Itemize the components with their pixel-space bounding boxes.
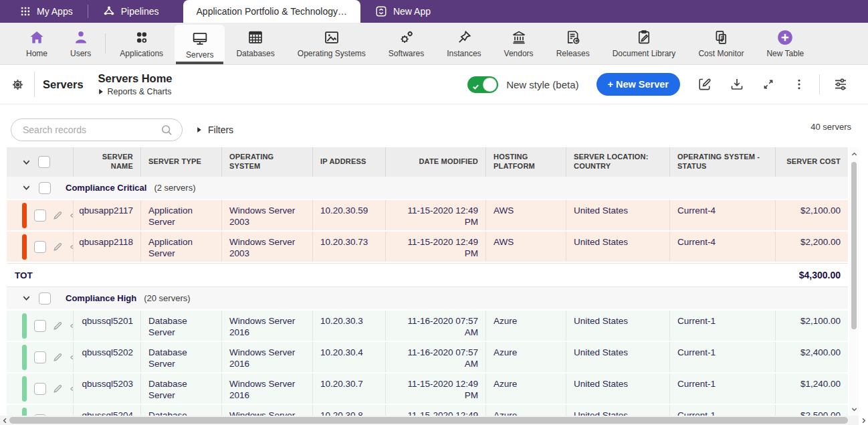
my-apps-button[interactable]: My Apps	[0, 0, 88, 23]
row-checkbox[interactable]	[34, 241, 46, 253]
nav-item-label: Home	[26, 49, 47, 58]
column-header[interactable]: OPERATING SYSTEM	[222, 147, 313, 177]
row-checkbox[interactable]	[34, 209, 46, 222]
edit-record-pencil-icon[interactable]	[52, 241, 64, 252]
nav-item-label: Cost Monitor	[698, 49, 744, 58]
record-row[interactable]: qbussql5201Database ServerWindows Server…	[7, 311, 848, 342]
new-server-button[interactable]: + New Server	[596, 73, 681, 96]
record-row[interactable]: qbusapp2118Application ServerWindows Ser…	[7, 232, 848, 263]
vertical-scroll-thumb[interactable]	[851, 162, 857, 329]
record-cell: 10.20.30.73	[313, 232, 386, 262]
nav-item-label: Softwares	[389, 49, 424, 58]
edit-record-pencil-icon[interactable]	[52, 320, 64, 331]
subtotal-row: TOT$4,300.00	[7, 263, 848, 287]
record-cell: qbusapp2118	[74, 232, 141, 262]
new-app-button[interactable]: New App	[360, 0, 445, 23]
record-cell: Current-1	[670, 373, 776, 404]
record-row[interactable]: qbussql5202Database ServerWindows Server…	[7, 342, 848, 373]
nav-item-applications[interactable]: Applications	[108, 23, 175, 64]
row-controls-cell	[7, 200, 74, 230]
scroll-left-arrow-icon[interactable]	[0, 416, 9, 425]
reports-and-charts-link[interactable]: Reports & Charts	[98, 87, 173, 96]
horizontal-scroll-thumb[interactable]	[9, 417, 848, 424]
record-cell: qbussql5204	[74, 405, 141, 416]
column-header[interactable]: DATE MODIFIED	[386, 147, 486, 177]
record-cell: $2,500.00	[776, 405, 848, 416]
expand-icon[interactable]	[762, 78, 775, 91]
column-header[interactable]: SERVER NAME	[74, 147, 141, 177]
record-cell: 11-15-2020 12:49 PM	[386, 373, 486, 404]
column-header[interactable]: SERVER COST	[776, 147, 848, 177]
scroll-down-arrow-icon[interactable]	[849, 404, 859, 414]
monitor-icon	[192, 30, 208, 48]
scroll-right-arrow-icon[interactable]	[859, 416, 868, 425]
column-header[interactable]: OPERATING SYSTEM - STATUS	[670, 147, 776, 177]
search-icon[interactable]	[160, 124, 173, 137]
edit-record-pencil-icon[interactable]	[52, 351, 64, 363]
active-app-tab[interactable]: Application Portfolio & Technology…	[183, 0, 360, 23]
vertical-scrollbar[interactable]	[849, 147, 859, 416]
nav-item-users[interactable]: Users	[59, 23, 102, 64]
row-checkbox[interactable]	[34, 351, 46, 363]
record-cell: United States	[566, 373, 670, 404]
group-label: Compliance Critical	[66, 183, 146, 193]
record-cell: 10.20.30.59	[313, 200, 386, 230]
nav-item-document-library[interactable]: Document Library	[601, 23, 687, 64]
column-header[interactable]: SERVER LOCATION: COUNTRY	[566, 147, 670, 177]
edit-record-pencil-icon[interactable]	[52, 383, 64, 394]
record-row[interactable]: qbusapp2117Application ServerWindows Ser…	[7, 200, 848, 232]
search-input[interactable]	[11, 124, 160, 135]
column-header[interactable]: HOSTING PLATFORM	[486, 147, 566, 177]
record-cell: $2,100.00	[776, 311, 848, 341]
nav-item-new-table[interactable]: New Table	[755, 23, 815, 64]
nav-item-cost-monitor[interactable]: Cost Monitor	[687, 23, 755, 64]
horizontal-scrollbar[interactable]	[0, 416, 868, 425]
record-cell: 11-16-2020 07:57 AM	[386, 311, 486, 341]
row-controls-cell	[7, 232, 74, 262]
record-cell: $1,240.00	[776, 373, 848, 404]
record-cell: Application Server	[141, 200, 222, 230]
grid-settings-icon[interactable]	[833, 77, 848, 92]
nav-item-home[interactable]: Home	[15, 23, 59, 64]
group-collapse-chevron-down-icon[interactable]	[21, 183, 31, 193]
copy-icon	[713, 29, 729, 46]
record-row[interactable]: qbussql5203Database ServerWindows Server…	[7, 373, 848, 405]
record-cell: 11-15-2020 12:49 PM	[386, 232, 486, 262]
download-icon[interactable]	[730, 77, 744, 92]
group-checkbox[interactable]	[39, 182, 51, 194]
scroll-up-arrow-icon[interactable]	[849, 149, 859, 159]
nav-item-softwares[interactable]: Softwares	[377, 23, 435, 64]
table-header-row: SERVER NAMESERVER TYPEOPERATING SYSTEMIP…	[7, 147, 848, 177]
row-checkbox[interactable]	[34, 383, 46, 395]
group-collapse-chevron-down-icon[interactable]	[21, 293, 31, 303]
record-cell: Windows Server 2016	[222, 373, 313, 404]
nav-item-databases[interactable]: Databases	[225, 23, 286, 64]
record-row[interactable]: qbussql5204Database ServerWindows Server…	[7, 405, 848, 416]
more-options-icon[interactable]	[792, 78, 806, 91]
active-app-tab-label: Application Portfolio & Technology…	[197, 6, 347, 17]
group-color-bar	[22, 376, 27, 402]
group-checkbox[interactable]	[39, 292, 51, 305]
column-header[interactable]: SERVER TYPE	[141, 147, 222, 177]
edit-record-pencil-icon[interactable]	[52, 209, 64, 221]
subtotal-label: TOT	[7, 270, 33, 280]
record-cell: Windows Server 2003	[222, 232, 313, 262]
gear-icon[interactable]	[11, 78, 25, 92]
nav-item-operating-systems[interactable]: Operating Systems	[286, 23, 377, 64]
pipelines-button[interactable]: Pipelines	[88, 0, 174, 23]
row-checkbox[interactable]	[34, 320, 46, 332]
nav-item-label: Users	[70, 49, 91, 58]
select-all-checkbox[interactable]	[38, 156, 50, 168]
new-style-toggle[interactable]	[467, 76, 498, 93]
report-controls: Filters 40 servers	[0, 104, 868, 147]
column-header[interactable]: IP ADDRESS	[313, 147, 386, 177]
filters-toggle[interactable]: Filters	[197, 118, 233, 141]
edit-report-icon[interactable]	[697, 77, 712, 92]
record-count: 40 servers	[810, 122, 851, 132]
chevron-down-icon[interactable]	[21, 157, 31, 167]
nav-item-releases[interactable]: Releases	[545, 23, 601, 64]
nav-item-servers[interactable]: Servers	[175, 25, 225, 64]
record-cell: United States	[566, 232, 670, 262]
nav-item-instances[interactable]: Instances	[435, 23, 492, 64]
nav-item-vendors[interactable]: Vendors	[493, 23, 545, 64]
